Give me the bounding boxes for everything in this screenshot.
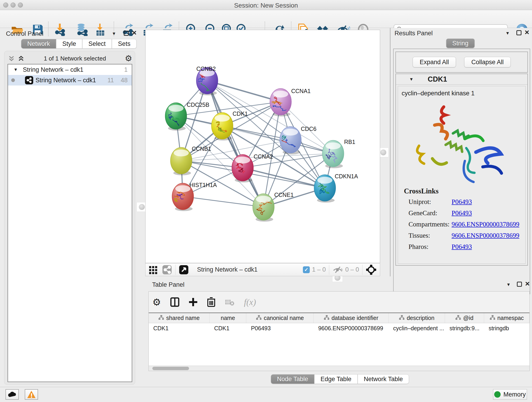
network-tab-content: 1 of 1 Network selected ⚙ ▼ String Netwo…: [4, 51, 135, 385]
memory-button[interactable]: Memory: [493, 389, 527, 400]
node-label: CDC6: [301, 126, 317, 132]
panel-menu-icon[interactable]: ▼: [506, 282, 511, 287]
table-cell[interactable]: 9606.ENSP00000378699: [314, 323, 389, 333]
warnings-button[interactable]: [25, 389, 38, 400]
network-canvas[interactable]: CCNB2CCNA1CDC25BCDK1CDC6RB1CCNB1CCNA2CDK…: [145, 30, 380, 263]
network-options-gear-icon[interactable]: ⚙: [125, 54, 132, 63]
tab-style[interactable]: Style: [56, 39, 82, 49]
table-panel: Table Panel ▼ × ⚙ f(x) shared namenameca…: [145, 281, 532, 387]
network-edge[interactable]: [183, 196, 264, 207]
tab-network[interactable]: Network: [21, 39, 56, 49]
column-type-icon: [490, 315, 495, 321]
gene-section: ▼ CDK1 cyclin–dependent kinase 1: [395, 74, 528, 266]
float-panel-icon[interactable]: [516, 30, 521, 35]
network-node[interactable]: CCNE1: [253, 191, 294, 222]
network-row[interactable]: String Network – cdk1 11 48: [8, 75, 132, 85]
crosslinks-table: Uniprot:P06493GeneCard:P06493Compartment…: [409, 198, 519, 250]
tree-expander-icon[interactable]: ▼: [13, 67, 18, 72]
network-node[interactable]: CDC25B: [165, 102, 209, 131]
cloud-icon: [7, 391, 17, 398]
tab-edge-table[interactable]: Edge Table: [314, 374, 358, 384]
collapse-all-icon[interactable]: [7, 55, 15, 62]
crosslink-link[interactable]: P06493: [452, 198, 472, 205]
table-horizontal-scrollbar[interactable]: [149, 366, 530, 371]
expand-all-icon[interactable]: [17, 55, 25, 62]
section-expander-icon[interactable]: ▼: [409, 77, 413, 82]
collapse-all-button[interactable]: Collapse All: [464, 57, 511, 67]
column-header-canonical-name[interactable]: canonical name: [246, 313, 314, 323]
string-results-buttons: Expand All Collapse All: [395, 51, 528, 73]
hidden-eye-icon[interactable]: [332, 265, 343, 274]
expand-all-button[interactable]: Expand All: [413, 57, 456, 67]
results-panel-title: Results Panel: [394, 30, 433, 37]
column-header-database-identifier[interactable]: database identifier: [314, 313, 389, 323]
network-view-icon[interactable]: [162, 265, 172, 275]
network-collection-row[interactable]: ▼ String Network – cdk1 1: [8, 64, 132, 75]
scrollbar-thumb[interactable]: [152, 367, 189, 370]
network-node[interactable]: CCNB2: [196, 65, 218, 95]
column-header-name[interactable]: name: [210, 313, 247, 323]
network-node[interactable]: CCNA2: [232, 153, 273, 182]
tab-network-table[interactable]: Network Table: [358, 374, 409, 384]
node-label: RB1: [344, 139, 355, 145]
window-title: Session: New Session: [0, 2, 532, 9]
network-edge[interactable]: [207, 81, 281, 102]
network-node[interactable]: RB1: [322, 139, 355, 168]
gene-section-header[interactable]: ▼ CDK1: [396, 74, 527, 85]
column-header-@id[interactable]: @id: [445, 313, 484, 323]
node-label: CCNA1: [291, 88, 311, 94]
network-node[interactable]: HIST1H1A: [172, 182, 217, 211]
show-columns-icon[interactable]: [170, 297, 179, 307]
panel-menu-icon[interactable]: ▼: [112, 31, 116, 36]
tab-select[interactable]: Select: [82, 39, 112, 49]
table-cell[interactable]: stringdb:9...: [445, 323, 484, 333]
close-panel-icon[interactable]: ×: [525, 30, 529, 35]
network-node[interactable]: CCNB1: [171, 146, 211, 175]
node-label: CCNE1: [274, 191, 294, 198]
column-header-namespac[interactable]: namespac: [484, 313, 530, 323]
close-panel-icon[interactable]: ×: [132, 30, 137, 35]
node-label: CDKN1A: [335, 173, 358, 179]
crosslink-link[interactable]: P06493: [452, 243, 472, 250]
collection-count: 1: [124, 66, 128, 73]
float-panel-icon[interactable]: [124, 31, 129, 36]
add-column-icon[interactable]: [189, 297, 198, 307]
status-bar: Memory: [0, 387, 532, 402]
column-label: @id: [463, 315, 473, 321]
crosslink-link[interactable]: P06493: [452, 209, 472, 217]
birds-eye-view-icon[interactable]: [179, 265, 189, 275]
tab-node-table[interactable]: Node Table: [271, 374, 314, 384]
column-type-icon: [158, 315, 164, 321]
delete-column-icon[interactable]: [207, 297, 215, 307]
grid-view-icon[interactable]: [149, 265, 158, 274]
column-type-icon: [324, 315, 329, 321]
table-toolbar: ⚙ f(x): [152, 295, 256, 309]
function-builder-button[interactable]: f(x): [244, 297, 256, 307]
table-cell[interactable]: P06493: [246, 323, 313, 333]
network-node[interactable]: CDKN1A: [314, 173, 358, 203]
crosslinks-heading: CrossLinks: [404, 187, 438, 195]
tab-sets[interactable]: Sets: [112, 39, 137, 49]
network-node[interactable]: CCNA1: [270, 88, 311, 116]
cloud-status-button[interactable]: [6, 389, 19, 400]
crosslink-link[interactable]: 9606.ENSP00000378699: [452, 220, 519, 228]
table-cell[interactable]: CDK1: [210, 323, 247, 333]
protein-structure-image: [407, 100, 517, 185]
table-cell[interactable]: stringdb: [484, 323, 530, 333]
column-label: canonical name: [264, 315, 304, 321]
table-cell[interactable]: cyclin–dependent ...: [389, 323, 445, 333]
close-panel-icon[interactable]: ×: [525, 281, 530, 286]
selected-checkbox[interactable]: ✓: [303, 266, 310, 273]
table-options-gear-icon[interactable]: ⚙: [152, 297, 161, 308]
table-row[interactable]: CDK1CDK1P064939606.ENSP00000378699cyclin…: [149, 323, 530, 333]
tab-string[interactable]: String: [446, 38, 475, 48]
crosslink-link[interactable]: 9606.ENSP00000378699: [452, 232, 519, 239]
results-panel: Results Panel ▼ × String Expand All Coll…: [390, 28, 532, 276]
node-label: CCNB1: [192, 146, 211, 152]
column-header-shared-name[interactable]: shared name: [149, 313, 210, 323]
float-panel-icon[interactable]: [517, 282, 522, 287]
table-cell[interactable]: CDK1: [149, 323, 210, 333]
fit-selected-crosshair-icon[interactable]: [366, 264, 377, 275]
panel-menu-icon[interactable]: ▼: [505, 31, 510, 36]
column-header-description[interactable]: description: [389, 313, 445, 323]
